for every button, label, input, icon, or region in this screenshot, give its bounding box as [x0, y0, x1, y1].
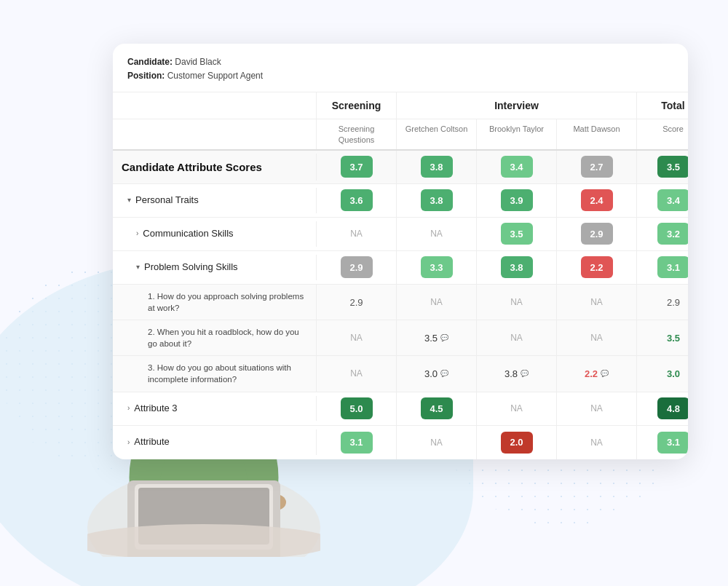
subheader-total: Score: [637, 119, 688, 149]
header-interview: Interview: [397, 92, 637, 119]
subheader-screening: Screening Questions: [317, 119, 397, 149]
na-value: NA: [590, 333, 603, 343]
score-cell: 3.1: [637, 251, 688, 284]
score-plain: 2.9: [349, 297, 363, 308]
na-value: NA: [590, 437, 603, 448]
subheader-int3: Matt Dawson: [557, 119, 637, 149]
table-row: Candidate Attribute Scores3.73.83.42.73.…: [113, 151, 688, 184]
column-headers-main: Screening Interview Total: [113, 92, 688, 119]
score-with-comment: 3.5💬: [424, 333, 448, 344]
score-cell: 3.5💬: [397, 320, 477, 355]
chevron-down-icon[interactable]: ▾: [136, 262, 140, 272]
score-badge: 2.7: [581, 156, 613, 178]
score-badge: 3.8: [421, 189, 453, 211]
score-cell: NA: [557, 320, 637, 355]
table-row: ›Attribute3.1NA2.0NA3.1: [113, 426, 688, 459]
row-label: 2. When you hit a roadblock, how do you …: [113, 320, 317, 355]
na-value: NA: [350, 229, 363, 239]
score-cell: NA: [557, 426, 637, 459]
score-badge: 3.5: [657, 156, 688, 178]
score-badge: 4.5: [421, 397, 453, 419]
comment-icon: 💬: [521, 370, 529, 377]
subheader-empty: [113, 119, 317, 149]
svg-point-14: [87, 524, 320, 557]
row-label-text: Personal Traits: [135, 194, 199, 207]
score-badge: 3.8: [501, 256, 533, 278]
score-cell: 4.8: [637, 392, 688, 425]
row-label-text: Attribute: [134, 435, 169, 448]
candidate-label: Candidate:: [127, 57, 173, 67]
score-cell: 2.2: [557, 251, 637, 284]
score-cell: NA: [477, 320, 557, 355]
row-label: ▾Personal Traits: [113, 188, 317, 213]
chevron-right-icon[interactable]: ›: [136, 229, 138, 239]
candidate-name: David Black: [175, 57, 221, 67]
score-cell: NA: [557, 285, 637, 320]
score-with-comment: 3.8💬: [505, 368, 529, 379]
comment-icon: 💬: [440, 334, 448, 341]
na-value: NA: [350, 368, 363, 379]
score-cell: NA: [317, 356, 397, 391]
score-badge: 3.1: [657, 432, 688, 454]
na-value: NA: [430, 229, 443, 239]
column-subheaders: Screening Questions Gretchen Coltson Bro…: [113, 119, 688, 151]
score-cell: 3.8💬: [477, 356, 557, 391]
score-value: 3.8: [505, 368, 518, 379]
score-cell: 5.0: [317, 392, 397, 425]
score-badge: 2.9: [581, 223, 613, 245]
score-cell: NA: [477, 392, 557, 425]
chevron-down-icon[interactable]: ▾: [127, 195, 131, 205]
score-badge: 2.0: [501, 432, 533, 454]
score-cell: 2.9: [557, 218, 637, 250]
score-value-red: 2.2: [585, 368, 598, 379]
row-label: Candidate Attribute Scores: [113, 154, 317, 181]
score-value: 3.0: [424, 368, 438, 379]
row-label-text: 2. When you hit a roadblock, how do you …: [148, 326, 307, 349]
na-value: NA: [510, 333, 523, 343]
subheader-int1: Gretchen Coltson: [397, 119, 477, 149]
chevron-right-icon[interactable]: ›: [127, 403, 130, 413]
score-cell: NA: [557, 392, 637, 425]
table-row: 1. How do you approach solving problems …: [113, 285, 688, 320]
score-with-comment-red: 2.2💬: [585, 368, 609, 379]
score-badge: 3.9: [501, 189, 533, 211]
score-badge: 4.8: [657, 397, 688, 419]
score-cell: 3.6: [317, 184, 397, 217]
score-badge: 3.6: [341, 189, 373, 211]
score-badge: 3.4: [657, 189, 688, 211]
score-with-comment: 3.0💬: [424, 368, 448, 379]
na-value: NA: [430, 437, 443, 448]
header-total: Total: [637, 92, 688, 119]
comment-icon: 💬: [440, 370, 448, 377]
score-cell: NA: [317, 218, 397, 250]
score-cell: 2.9: [317, 251, 397, 284]
score-cell: 3.5: [637, 320, 688, 355]
row-label-text: Communication Skills: [143, 227, 233, 240]
row-label: ›Attribute: [113, 429, 317, 454]
subheader-int2: Brooklyn Taylor: [477, 119, 557, 149]
header-screening: Screening: [317, 92, 397, 119]
chevron-right-icon[interactable]: ›: [127, 437, 130, 448]
score-cell: 3.8: [397, 184, 477, 217]
score-cell: 3.7: [317, 151, 397, 183]
row-label-text: 3. How do you go about situations with i…: [148, 362, 307, 385]
row-label-text: Problem Solving Skills: [144, 261, 238, 274]
score-cell: 3.5: [637, 151, 688, 183]
score-cell: 3.4: [477, 151, 557, 183]
row-label-text: Candidate Attribute Scores: [122, 159, 262, 175]
table-row: ▾Personal Traits3.63.83.92.43.4: [113, 184, 688, 218]
row-label: ›Attribute 3: [113, 396, 317, 421]
score-cell: 4.5: [397, 392, 477, 425]
score-cell: NA: [397, 285, 477, 320]
score-cell: NA: [397, 426, 477, 459]
row-label: ›Communication Skills: [113, 221, 317, 246]
score-badge: 2.9: [341, 256, 373, 278]
table-row: ›Communication SkillsNANA3.52.93.2: [113, 218, 688, 251]
score-cell: 2.0: [477, 426, 557, 459]
na-value: NA: [590, 403, 603, 413]
candidate-info: Candidate: David Black Position: Custome…: [127, 55, 673, 83]
na-value: NA: [590, 297, 603, 307]
score-cell: 3.8: [477, 251, 557, 284]
score-cell: 3.9: [477, 184, 557, 217]
table-row: 2. When you hit a roadblock, how do you …: [113, 320, 688, 356]
